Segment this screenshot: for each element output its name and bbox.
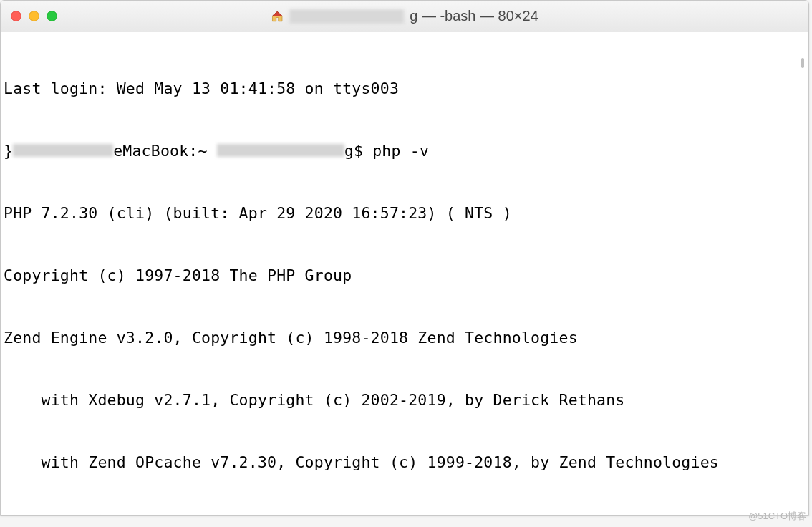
traffic-lights — [1, 11, 57, 21]
scrollbar[interactable] — [801, 58, 804, 68]
redacted-path — [217, 144, 344, 157]
redacted-title-part — [289, 9, 404, 24]
window-title: g — -bash — 80×24 — [271, 8, 538, 24]
terminal-body[interactable]: Last login: Wed May 13 01:41:58 on ttys0… — [1, 32, 808, 516]
terminal-line-opcache: with Zend OPcache v7.2.30, Copyright (c)… — [4, 452, 806, 473]
titlebar[interactable]: g — -bash — 80×24 — [1, 1, 808, 32]
terminal-line-prompt2: }deMacBook:~ g$ — [4, 514, 806, 516]
terminal-line-prompt1: }eMacBook:~ g$ php -v — [4, 140, 806, 161]
redacted-user — [13, 144, 113, 157]
terminal-window: g — -bash — 80×24 Last login: Wed May 13… — [0, 0, 809, 516]
terminal-line-login: Last login: Wed May 13 01:41:58 on ttys0… — [4, 78, 806, 99]
terminal-line-copyright: Copyright (c) 1997-2018 The PHP Group — [4, 265, 806, 286]
minimize-button[interactable] — [29, 11, 39, 21]
terminal-line-xdebug: with Xdebug v2.7.1, Copyright (c) 2002-2… — [4, 390, 806, 410]
maximize-button[interactable] — [47, 11, 57, 21]
terminal-line-zend: Zend Engine v3.2.0, Copyright (c) 1998-2… — [4, 327, 806, 348]
watermark: @51CTO博客 — [748, 510, 806, 523]
home-icon — [271, 10, 284, 23]
terminal-line-php: PHP 7.2.30 (cli) (built: Apr 29 2020 16:… — [4, 203, 806, 223]
title-text: g — -bash — 80×24 — [410, 8, 538, 24]
close-button[interactable] — [11, 11, 21, 21]
